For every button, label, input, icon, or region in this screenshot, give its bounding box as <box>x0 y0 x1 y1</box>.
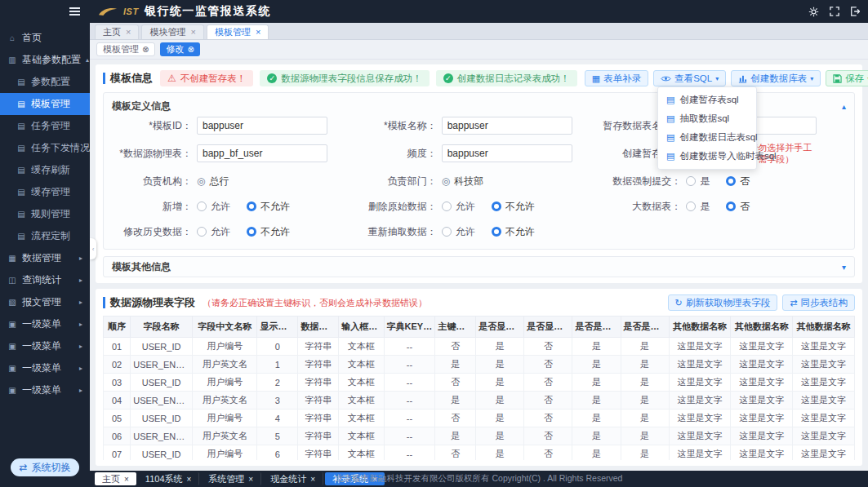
table-row[interactable]: 03USER_ID用户编号2字符串文本框--否是否是是这里是文字这里是文字这里是… <box>104 374 855 392</box>
column-header[interactable]: 是否显示在... <box>524 317 572 338</box>
close-icon[interactable]: × <box>124 475 129 484</box>
column-header[interactable]: 其他数据名称 <box>793 317 855 338</box>
sidebar-item[interactable]: ▤ 规则管理 <box>0 203 90 225</box>
table-cell: 用户英文名 <box>192 427 256 445</box>
sql-menu-item[interactable]: ▤ 创建数据导入临时表sql <box>658 147 756 166</box>
bottom-tab[interactable]: 主页 × <box>95 472 136 485</box>
close-icon[interactable]: × <box>126 28 131 37</box>
column-header[interactable]: 是否是机构... <box>572 317 621 338</box>
fullscreen-icon[interactable] <box>830 7 839 16</box>
table-cell: 用户英文名 <box>192 392 256 410</box>
sidebar-item[interactable]: ▤ 缓存管理 <box>0 181 90 203</box>
close-icon[interactable]: × <box>256 28 260 37</box>
radio-option[interactable]: 不允许 <box>492 200 535 214</box>
column-header[interactable]: 主键标识 <box>435 317 476 338</box>
column-header[interactable]: 是否显示在... <box>476 317 524 338</box>
table-row[interactable]: 01USER_ID用户编号0字符串文本框--否是否是是这里是文字这里是文字这里是… <box>104 338 855 356</box>
sidebar-item[interactable]: ▣ 一级菜单 ▸ <box>0 335 90 357</box>
close-icon[interactable]: × <box>190 28 195 37</box>
bottom-tab[interactable]: 系统管理 × <box>201 472 261 485</box>
sidebar-item[interactable]: ▤ 任务管理 <box>0 115 90 137</box>
table-row[interactable]: 07USER_ID用户编号6字符串文本框--否是否是是这里是文字这里是文字这里是… <box>104 445 855 461</box>
sidebar-item[interactable]: ▣ 一级菜单 ▸ <box>0 313 90 335</box>
table-cell: -- <box>384 392 435 410</box>
column-header[interactable]: 是否是数据... <box>621 317 669 338</box>
collapse-up-icon[interactable]: ▴ <box>842 102 846 111</box>
table-cell: 2 <box>257 374 298 392</box>
radio-option[interactable]: 允许 <box>442 225 475 239</box>
table-cell: 文本框 <box>339 374 384 392</box>
close-circle-icon[interactable]: ⊗ <box>187 45 194 54</box>
system-switch-button[interactable]: ⇄ 系统切换 <box>11 458 79 476</box>
sql-menu-item[interactable]: ▤ 抽取数据sql <box>658 109 756 128</box>
bottom-tab[interactable]: 现金统计 × <box>263 472 323 485</box>
breadcrumb-module-chip[interactable]: 模板管理 ⊗ <box>96 42 155 56</box>
table-row[interactable]: 06USER_ENAME用户英文名5字符串文本框--是是否是是这里是文字这里是文… <box>104 427 855 445</box>
table-cell: 是 <box>476 427 524 445</box>
bottom-tab[interactable]: 1104系统 × <box>138 472 200 485</box>
tab[interactable]: 模块管理 × <box>141 24 203 39</box>
org-value[interactable]: ◎ 总行 <box>197 175 229 188</box>
collapse-down-icon[interactable]: ▾ <box>842 263 846 272</box>
close-icon[interactable]: × <box>310 475 315 484</box>
table-row[interactable]: 05USER_ID用户编号4字符串文本框--否是否是是这里是文字这里是文字这里是… <box>104 410 855 427</box>
sidebar-item-label: 任务管理 <box>31 119 70 133</box>
gear-icon[interactable] <box>808 7 819 17</box>
sidebar-item[interactable]: ▤ 缓存刷新 <box>0 159 90 181</box>
sidebar-item[interactable]: ◫ 查询统计 ▸ <box>0 269 90 291</box>
view-sql-button[interactable]: 查看SQL ▾ <box>653 70 726 86</box>
radio-option[interactable]: 是 <box>686 200 710 214</box>
logout-icon[interactable] <box>850 7 860 16</box>
sql-menu-item[interactable]: ▤ 创建数据日志表sql <box>658 128 756 147</box>
frequency-input[interactable] <box>442 144 572 162</box>
template-name-input[interactable] <box>442 117 572 135</box>
close-icon[interactable]: × <box>248 475 253 484</box>
refresh-fields-button[interactable]: ↻ 刷新获取物理表字段 <box>668 294 778 311</box>
hamburger-menu-icon[interactable] <box>69 7 80 15</box>
table-row[interactable]: 02USER_ENAME用户英文名1字符串文本框--是是否是是这里是文字这里是文… <box>104 356 855 374</box>
radio-option[interactable]: 不允许 <box>247 225 290 239</box>
sidebar-collapse-handle[interactable]: ‹ <box>90 238 96 259</box>
sidebar-item[interactable]: ▣ 一级菜单 ▸ <box>0 379 90 401</box>
sidebar-item[interactable]: ▤ 参数配置 <box>0 71 90 93</box>
table-row[interactable]: 04USER_ENAME用户英文名3字符串文本框--是是否是是这里是文字这里是文… <box>104 392 855 410</box>
column-header[interactable]: 其他数据名称 <box>669 317 731 338</box>
save-button[interactable]: 保存 ▾ <box>826 70 868 86</box>
radio-option[interactable]: 不允许 <box>247 200 290 214</box>
column-header[interactable]: 顺序 <box>104 317 131 338</box>
sidebar-item[interactable]: ▥ 基础参数配置 ▴ <box>0 49 90 71</box>
breadcrumb-action-chip[interactable]: 修改 ⊗ <box>160 42 199 56</box>
column-header[interactable]: 字段名称 <box>131 317 193 338</box>
sidebar-item[interactable]: ▤ 流程定制 <box>0 225 90 247</box>
template-id-input[interactable] <box>197 117 327 135</box>
close-circle-icon[interactable]: ⊗ <box>142 45 149 54</box>
sidebar-item[interactable]: ▧ 报文管理 ▸ <box>0 291 90 313</box>
sync-structure-button[interactable]: ⇄ 同步表结构 <box>782 294 855 311</box>
radio-option[interactable]: 否 <box>726 200 750 214</box>
radio-option[interactable]: 不允许 <box>492 225 535 239</box>
radio-option[interactable]: 允许 <box>442 200 475 214</box>
sql-menu-item[interactable]: ▤ 创建暂存表sql <box>658 91 756 109</box>
create-db-table-button[interactable]: 创建数据库表 ▾ <box>731 70 821 86</box>
column-header[interactable]: 字典KEY/日... <box>384 317 435 338</box>
sidebar-item[interactable]: ▤ 任务下发情况 <box>0 137 90 159</box>
physical-table-input[interactable] <box>197 144 327 162</box>
radio-option[interactable]: 允许 <box>197 200 230 214</box>
dept-value[interactable]: ◎ 科技部 <box>442 175 483 188</box>
radio-option[interactable]: 否 <box>726 175 750 188</box>
radio-option[interactable]: 允许 <box>197 225 230 239</box>
column-header[interactable]: 其他数据名称 <box>731 317 793 338</box>
sidebar-item[interactable]: ▦ 数据管理 ▸ <box>0 247 90 269</box>
form-backfill-button[interactable]: ▦ 表单补录 <box>585 70 648 86</box>
sidebar-item[interactable]: ⌂ 首页 <box>0 27 90 49</box>
radio-option[interactable]: 是 <box>686 175 710 188</box>
column-header[interactable]: 字段中文名称 <box>192 317 256 338</box>
column-header[interactable]: 数据类型 <box>298 317 339 338</box>
tab[interactable]: 模板管理 × <box>207 24 269 39</box>
tab[interactable]: 主页 × <box>95 24 139 39</box>
sidebar-item[interactable]: ▣ 一级菜单 ▸ <box>0 357 90 379</box>
column-header[interactable]: 输入框类型 <box>339 317 384 338</box>
close-icon[interactable]: × <box>187 475 192 484</box>
column-header[interactable]: 显示顺序 <box>257 317 298 338</box>
sidebar-item[interactable]: ▤ 模板管理 <box>0 93 90 115</box>
